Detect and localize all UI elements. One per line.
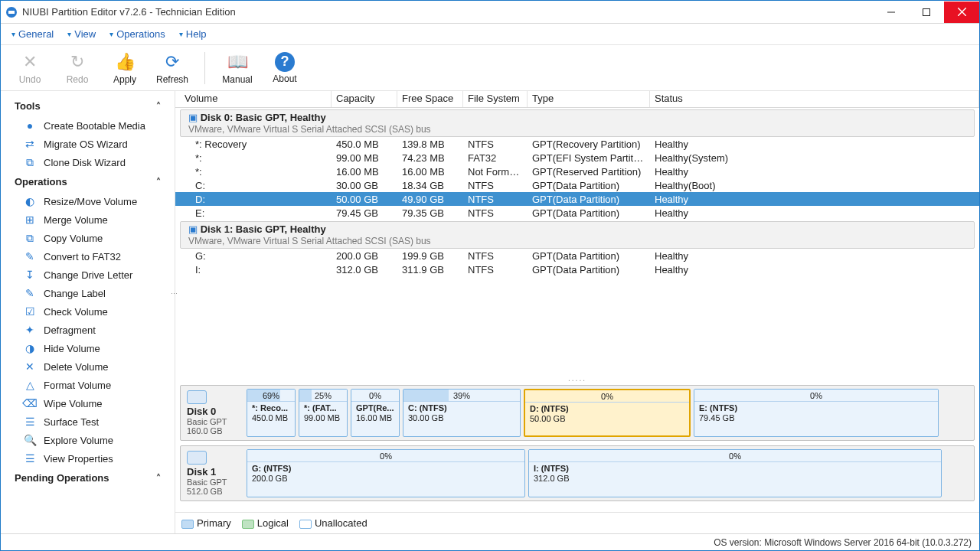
- col-free-space[interactable]: Free Space: [397, 91, 463, 107]
- volume-row[interactable]: D: 50.00 GB 49.90 GB NTFS GPT(Data Parti…: [175, 192, 979, 206]
- sidebar: Tools˄ ●Create Bootable Media⇄Migrate OS…: [1, 91, 175, 533]
- operation-item[interactable]: ☰Surface Test: [1, 412, 175, 431]
- operation-item[interactable]: ☑Check Volume: [1, 302, 175, 321]
- volume-row[interactable]: G: 200.0 GB 199.9 GB NTFS GPT(Data Parti…: [175, 249, 979, 262]
- disk-block[interactable]: Disk 0 Basic GPT 160.0 GB: [184, 389, 243, 437]
- pending-section-header[interactable]: Pending Operations˄: [1, 468, 175, 488]
- col-volume[interactable]: Volume: [180, 91, 332, 107]
- manual-icon: 📖: [227, 51, 248, 73]
- operation-icon: ↧: [24, 269, 36, 281]
- partition-block[interactable]: 0% E: (NTFS)79.45 GB: [694, 389, 939, 437]
- partition-block[interactable]: 25% *: (FAT...99.00 MB: [299, 389, 348, 437]
- partition-block[interactable]: 39% C: (NTFS)30.00 GB: [403, 389, 521, 437]
- disk-map: Disk 0 Basic GPT 160.0 GB 69% *: Reco...…: [180, 385, 975, 441]
- vol-name: *:: [180, 166, 332, 178]
- vol-name: *:: [180, 152, 332, 164]
- menubar: ▾General ▾View ▾Operations ▾Help: [1, 24, 979, 45]
- horizontal-splitter[interactable]: .....: [175, 374, 979, 382]
- vol-free: 199.9 GB: [397, 250, 463, 262]
- menu-operations[interactable]: ▾Operations: [109, 28, 165, 40]
- partition-block[interactable]: 69% *: Reco...450.0 MB: [247, 389, 296, 437]
- operation-item[interactable]: 🔍Explore Volume: [1, 431, 175, 449]
- volume-row[interactable]: *: 99.00 MB 74.23 MB FAT32 GPT(EFI Syste…: [175, 151, 979, 165]
- vol-type: GPT(Reserved Partition): [528, 166, 650, 178]
- operation-icon: ◐: [24, 195, 36, 207]
- operation-item[interactable]: ⌫Wipe Volume: [1, 394, 175, 412]
- tool-item[interactable]: ⇄Migrate OS Wizard: [1, 135, 175, 153]
- logical-swatch: [242, 520, 254, 529]
- disk-icon: [187, 451, 207, 465]
- unallocated-swatch: [299, 520, 312, 529]
- operation-icon: ☰: [24, 452, 36, 465]
- volume-row[interactable]: *: 16.00 MB 16.00 MB Not Forma... GPT(Re…: [175, 165, 979, 178]
- col-type[interactable]: Type: [528, 91, 650, 107]
- legend-primary: Primary: [181, 517, 231, 529]
- chevron-down-icon: ▾: [67, 30, 71, 38]
- col-file-system[interactable]: File System: [463, 91, 528, 107]
- operation-item[interactable]: ✕Delete Volume: [1, 357, 175, 376]
- volume-list: ▣ Disk 0: Basic GPT, Healthy VMware, VMw…: [175, 108, 979, 374]
- undo-button[interactable]: ✕Undo: [11, 51, 48, 85]
- operation-item[interactable]: ⊞Merge Volume: [1, 210, 175, 229]
- vol-fs: NTFS: [463, 194, 528, 205]
- operation-item[interactable]: ⧉Copy Volume: [1, 229, 175, 247]
- operation-item[interactable]: ↧Change Drive Letter: [1, 266, 175, 284]
- menu-view[interactable]: ▾View: [67, 28, 96, 40]
- refresh-button[interactable]: ⟳Refresh: [154, 51, 191, 85]
- operation-label: Change Drive Letter: [44, 269, 132, 281]
- disk-header[interactable]: ▣ Disk 0: Basic GPT, Healthy VMware, VMw…: [180, 109, 975, 137]
- operation-item[interactable]: ☰View Properties: [1, 449, 175, 468]
- disk-label: Disk 0: [187, 406, 216, 417]
- operations-section-header[interactable]: Operations˄: [1, 171, 175, 192]
- volume-row[interactable]: I: 312.0 GB 311.9 GB NTFS GPT(Data Parti…: [175, 262, 979, 276]
- operation-label: Merge Volume: [44, 214, 108, 226]
- vol-fs: FAT32: [463, 152, 528, 164]
- partition-block[interactable]: 0% GPT(Re...16.00 MB: [351, 389, 400, 437]
- vol-free: 18.34 GB: [397, 180, 463, 191]
- tools-section-header[interactable]: Tools˄: [1, 96, 175, 116]
- tool-item[interactable]: ⧉Clone Disk Wizard: [1, 153, 175, 171]
- disk-scheme: Basic GPT: [187, 478, 227, 487]
- vol-free: 74.23 MB: [397, 152, 463, 164]
- col-status[interactable]: Status: [650, 91, 979, 107]
- volume-row[interactable]: C: 30.00 GB 18.34 GB NTFS GPT(Data Parti…: [175, 178, 979, 192]
- volume-row[interactable]: E: 79.45 GB 79.35 GB NTFS GPT(Data Parti…: [175, 206, 979, 220]
- disk-block[interactable]: Disk 1 Basic GPT 512.0 GB: [184, 449, 243, 497]
- maximize-button[interactable]: [909, 2, 944, 23]
- operation-label: View Properties: [44, 453, 113, 465]
- svg-rect-1: [8, 11, 15, 14]
- partition-block[interactable]: 0% D: (NTFS)50.00 GB: [524, 389, 691, 437]
- disk-header[interactable]: ▣ Disk 1: Basic GPT, Healthy VMware, VMw…: [180, 221, 975, 249]
- manual-button[interactable]: 📖Manual: [219, 51, 256, 85]
- disk-icon: ▣: [188, 223, 198, 235]
- operation-item[interactable]: △Format Volume: [1, 376, 175, 394]
- toolbar: ✕Undo ↻Redo 👍Apply ⟳Refresh 📖Manual ?Abo…: [1, 45, 979, 91]
- operation-item[interactable]: ✎Change Label: [1, 284, 175, 302]
- volume-row[interactable]: *: Recovery 450.0 MB 139.8 MB NTFS GPT(R…: [175, 137, 979, 151]
- disk-name: Disk 1: Basic GPT, Healthy: [201, 223, 326, 235]
- apply-button[interactable]: 👍Apply: [106, 51, 143, 85]
- operation-item[interactable]: ✦Defragment: [1, 321, 175, 339]
- col-capacity[interactable]: Capacity: [332, 91, 397, 107]
- close-button[interactable]: [944, 2, 979, 23]
- splitter-handle[interactable]: ⋮: [172, 290, 175, 296]
- chevron-up-icon: ˄: [156, 177, 161, 187]
- operation-icon: ◑: [24, 342, 36, 354]
- operation-item[interactable]: ◑Hide Volume: [1, 339, 175, 357]
- minimize-button[interactable]: [874, 2, 909, 23]
- about-button[interactable]: ?About: [266, 52, 303, 84]
- vol-capacity: 16.00 MB: [332, 166, 397, 178]
- redo-button[interactable]: ↻Redo: [59, 51, 96, 85]
- partition-block[interactable]: 0% G: (NTFS)200.0 GB: [247, 449, 525, 497]
- disk-map-area: Disk 0 Basic GPT 160.0 GB 69% *: Reco...…: [175, 382, 979, 512]
- menu-general[interactable]: ▾General: [11, 28, 54, 40]
- tool-item[interactable]: ●Create Bootable Media: [1, 116, 175, 135]
- menu-help[interactable]: ▾Help: [179, 28, 207, 40]
- operation-label: Format Volume: [44, 380, 111, 391]
- disk-map: Disk 1 Basic GPT 512.0 GB 0% G: (NTFS)20…: [180, 445, 975, 501]
- partition-block[interactable]: 0% I: (NTFS)312.0 GB: [528, 449, 942, 497]
- operation-item[interactable]: ✎Convert to FAT32: [1, 247, 175, 266]
- operation-item[interactable]: ◐Resize/Move Volume: [1, 192, 175, 210]
- vol-name: I:: [180, 264, 332, 276]
- vol-fs: NTFS: [463, 207, 528, 219]
